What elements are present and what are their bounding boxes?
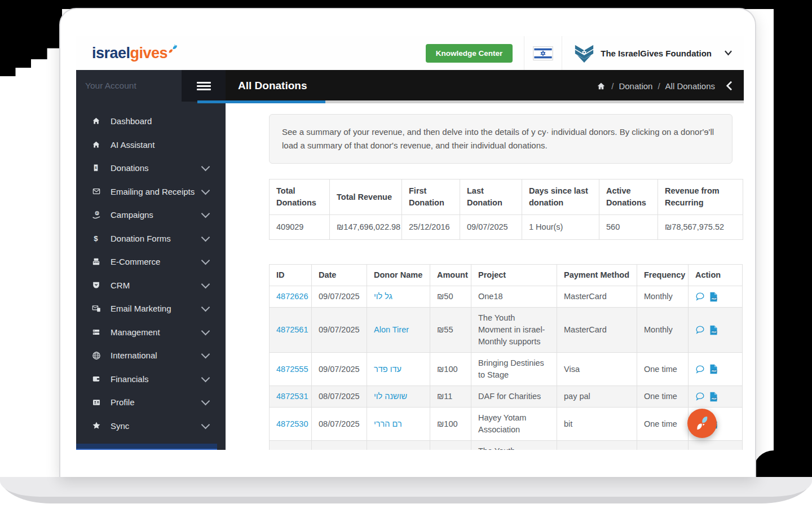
summary-header-days-since: Days since last donation bbox=[522, 179, 599, 215]
horizontal-scrollbar-thumb[interactable] bbox=[197, 100, 325, 103]
donation-date: 09/07/2025 bbox=[312, 286, 367, 308]
donation-frequency: Monthly bbox=[637, 308, 689, 353]
donor-name-link[interactable]: Alon Tirer bbox=[374, 325, 409, 334]
main-content: See a summary of your revenue, and then … bbox=[226, 102, 744, 450]
collapse-panel-button[interactable] bbox=[724, 80, 734, 92]
horizontal-scrollbar-track[interactable] bbox=[325, 100, 744, 103]
app-window: israelgives Knowledge Center bbox=[76, 36, 744, 450]
sidebar-item-management[interactable]: Management bbox=[76, 321, 226, 344]
sidebar-item-crm[interactable]: CRM bbox=[76, 274, 226, 297]
email-marketing-icon bbox=[91, 304, 111, 314]
comment-icon[interactable] bbox=[695, 292, 705, 301]
sidebar-item-email-marketing[interactable]: Email Marketing bbox=[76, 297, 226, 321]
svg-text:PDF: PDF bbox=[712, 297, 717, 300]
donor-name-link[interactable]: גל לוי bbox=[374, 292, 392, 301]
payment-method: Visa bbox=[557, 353, 637, 386]
organization-name: The IsraelGives Foundation bbox=[601, 49, 712, 58]
sidebar-item-sync[interactable]: Sync bbox=[76, 414, 226, 438]
pinwheel-icon bbox=[692, 414, 712, 433]
backdrop-right-foot bbox=[753, 450, 776, 477]
donation-amount: ₪100 bbox=[430, 408, 471, 441]
sidebar-item-e-commerce[interactable]: E-Commerce bbox=[76, 250, 226, 274]
chevron-down-icon bbox=[201, 186, 210, 195]
pdf-icon[interactable]: PDF bbox=[709, 292, 718, 302]
donation-amount bbox=[430, 441, 471, 450]
comment-icon[interactable] bbox=[695, 325, 705, 335]
breadcrumb-separator: / bbox=[657, 81, 660, 91]
col-header-id: ID bbox=[270, 265, 312, 286]
donation-frequency: Monthly bbox=[637, 286, 689, 308]
israelgives-logo[interactable]: israelgives bbox=[92, 45, 179, 62]
home-icon bbox=[91, 140, 111, 150]
donation-frequency: One time bbox=[637, 353, 689, 386]
top-navigation-bar: israelgives Knowledge Center bbox=[76, 36, 744, 70]
sidebar-toggle-button[interactable] bbox=[182, 70, 226, 102]
chevron-down-icon bbox=[201, 233, 210, 242]
pdf-icon[interactable]: PDF bbox=[709, 364, 718, 374]
donation-id-link[interactable]: 4872626 bbox=[276, 292, 308, 301]
table-row: 4872626 09/07/2025 גל לוי ₪50 One18 Mast… bbox=[270, 286, 743, 308]
chevron-down-icon bbox=[201, 279, 210, 288]
summary-header-active-donations: Active Donations bbox=[599, 179, 658, 215]
sidebar-navigation: Dashboard AI Assistant $ Donations Email… bbox=[76, 102, 226, 450]
laptop-mockup-stage: israelgives Knowledge Center bbox=[0, 0, 812, 508]
donor-name-link[interactable]: רם הררי bbox=[374, 419, 402, 428]
breadcrumb-item-all-donations[interactable]: All Donations bbox=[665, 81, 715, 91]
donation-project: The Youth Movment in israel- Monthly sup… bbox=[471, 308, 557, 353]
sidebar-item-emailing-and-receipts[interactable]: Emailing and Receipts bbox=[76, 180, 226, 204]
summary-last-donation: 09/07/2025 bbox=[460, 215, 522, 240]
chevron-down-icon bbox=[201, 373, 210, 382]
comment-icon[interactable] bbox=[695, 392, 705, 401]
language-flag-button[interactable] bbox=[524, 36, 562, 70]
donation-id-link[interactable]: 4872531 bbox=[276, 392, 308, 401]
sidebar-item-ai-assistant[interactable]: AI Assistant bbox=[76, 133, 226, 157]
chevron-down-icon bbox=[201, 256, 210, 265]
pinwheel-icon bbox=[168, 43, 179, 54]
pdf-icon[interactable]: PDF bbox=[709, 325, 718, 335]
table-row: The Youth bbox=[270, 441, 743, 450]
sidebar-item-donation-forms[interactable]: $ Donation Forms bbox=[76, 227, 226, 251]
organization-selector[interactable]: The IsraelGives Foundation bbox=[562, 42, 744, 64]
sidebar-item-financials[interactable]: Financials bbox=[76, 367, 226, 391]
summary-header-revenue-recurring: Revenue from Recurring bbox=[658, 179, 743, 215]
svg-text:$: $ bbox=[94, 234, 98, 243]
col-header-action: Action bbox=[689, 265, 743, 286]
chevron-down-icon bbox=[201, 397, 210, 406]
wallet-icon bbox=[91, 374, 111, 383]
summary-header-last-donation: Last Donation bbox=[460, 179, 522, 215]
summary-total-revenue: ₪147,696,022.98 bbox=[330, 215, 402, 240]
sidebar-item-campaigns[interactable]: $ Campaigns bbox=[76, 203, 226, 227]
topbar-right-cluster: Knowledge Center bbox=[426, 36, 744, 70]
knowledge-center-button[interactable]: Knowledge Center bbox=[426, 44, 513, 63]
summary-values-row: 409029 ₪147,696,022.98 25/12/2016 09/07/… bbox=[270, 215, 743, 240]
payment-method: pay pal bbox=[557, 386, 637, 408]
donation-project: DAF for Charities bbox=[471, 386, 557, 408]
donation-id-link bbox=[270, 441, 312, 450]
donation-id-link[interactable]: 4872530 bbox=[276, 419, 308, 428]
sidebar-item-profile[interactable]: Profile bbox=[76, 391, 226, 414]
comment-icon[interactable] bbox=[695, 365, 705, 374]
pdf-icon[interactable]: PDF bbox=[709, 392, 718, 402]
sidebar-item-donations[interactable]: $ Donations bbox=[76, 156, 226, 180]
sidebar-account-header: Your Account bbox=[76, 70, 182, 102]
col-header-donor-name: Donor Name bbox=[367, 265, 430, 286]
donation-amount: ₪50 bbox=[430, 286, 471, 308]
donor-name-link[interactable]: שושנה לוי bbox=[374, 392, 407, 401]
payment-method bbox=[557, 441, 637, 450]
donor-name-link[interactable]: עדו פדר bbox=[374, 365, 401, 374]
donation-date bbox=[312, 441, 367, 450]
summary-header-row: Total Donations Total Revenue First Dona… bbox=[270, 179, 743, 215]
sidebar-item-dashboard[interactable]: Dashboard bbox=[76, 110, 226, 133]
globe-icon bbox=[91, 351, 111, 361]
page-header-bar: Your Account All Donations / Donation / … bbox=[76, 70, 744, 102]
add-donation-fab[interactable] bbox=[687, 409, 717, 438]
donation-id-link[interactable]: 4872555 bbox=[276, 365, 308, 374]
sidebar-item-international[interactable]: International bbox=[76, 344, 226, 367]
breadcrumb-item-donation[interactable]: Donation bbox=[619, 81, 652, 91]
chevron-down-icon bbox=[201, 209, 210, 218]
donation-date: 08/07/2025 bbox=[312, 408, 367, 441]
donation-id-link[interactable]: 4872561 bbox=[276, 325, 308, 334]
home-icon[interactable] bbox=[596, 81, 606, 91]
donor-name-link bbox=[367, 441, 430, 450]
donation-date: 08/07/2025 bbox=[312, 386, 367, 408]
